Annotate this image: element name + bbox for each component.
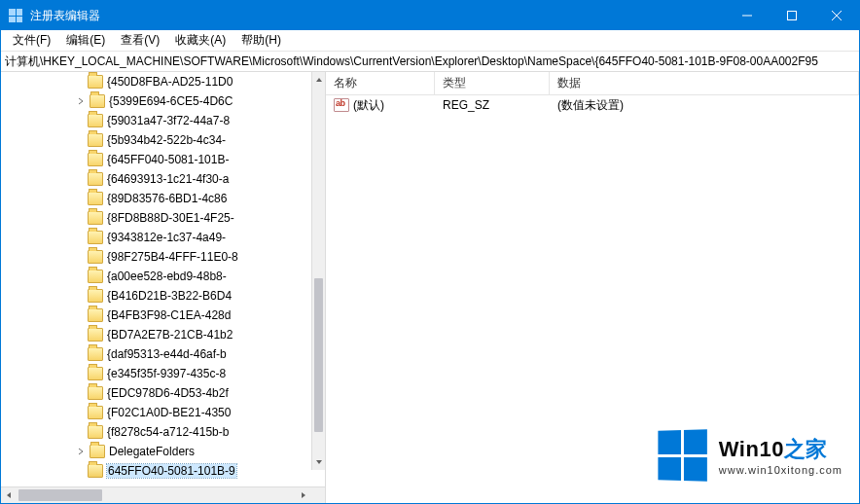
scroll-up-button[interactable] <box>312 72 325 88</box>
column-header-name[interactable]: 名称 <box>326 72 435 94</box>
tree-item-label: {EDC978D6-4D53-4b2f <box>107 386 229 400</box>
tree-item-label: {B416D21B-3B22-B6D4 <box>107 289 232 303</box>
folder-icon <box>88 464 103 478</box>
tree-horizontal-scrollbar[interactable] <box>1 486 325 503</box>
window-title: 注册表编辑器 <box>30 8 725 24</box>
folder-icon <box>88 133 103 147</box>
tree-item-label: {BD7A2E7B-21CB-41b2 <box>107 328 233 342</box>
tree-item-label: {f8278c54-a712-415b-b <box>107 425 229 439</box>
window-minimize-button[interactable] <box>725 1 770 30</box>
tree-item-label: {a00ee528-ebd9-48b8- <box>107 270 227 283</box>
value-row[interactable]: (默认) REG_SZ (数值未设置) <box>326 95 859 115</box>
folder-icon <box>88 192 103 205</box>
tree-item[interactable]: DelegateFolders <box>1 442 311 461</box>
tree-pane: {450D8FBA-AD25-11D0{5399E694-6CE5-4D6C{5… <box>1 72 326 503</box>
menu-bar: 文件(F) 编辑(E) 查看(V) 收藏夹(A) 帮助(H) <box>1 30 859 52</box>
folder-icon <box>90 445 105 458</box>
scroll-down-button[interactable] <box>312 454 325 470</box>
tree-item-label: {daf95313-e44d-46af-b <box>107 347 227 361</box>
tree-item-label: {5b934b42-522b-4c34- <box>107 133 226 147</box>
tree-item-label: {89D83576-6BD1-4c86 <box>107 192 227 205</box>
folder-icon <box>88 328 103 342</box>
scroll-track[interactable] <box>312 88 325 454</box>
tree-item[interactable]: {9343812e-1c37-4a49- <box>1 228 311 247</box>
tree-item[interactable]: {B416D21B-3B22-B6D4 <box>1 286 311 306</box>
tree-item[interactable]: {BD7A2E7B-21CB-41b2 <box>1 325 311 344</box>
tree-item-label: DelegateFolders <box>109 445 195 458</box>
tree-item[interactable]: {f8278c54-a712-415b-b <box>1 422 311 442</box>
tree-item-label: {8FD8B88D-30E1-4F25- <box>107 211 234 225</box>
registry-editor-window: 注册表编辑器 文件(F) 编辑(E) 查看(V) 收藏夹(A) 帮助(H) 计算… <box>0 0 860 504</box>
tree-item[interactable]: {89D83576-6BD1-4c86 <box>1 189 311 208</box>
tree-item-label: {64693913-1c21-4f30-a <box>107 172 229 186</box>
folder-icon <box>88 270 103 283</box>
values-pane: 名称 类型 数据 (默认) REG_SZ (数值未设置) <box>326 72 859 503</box>
menu-file[interactable]: 文件(F) <box>5 30 58 51</box>
scroll-track-h[interactable] <box>17 487 296 503</box>
folder-icon <box>88 347 103 361</box>
menu-favorites[interactable]: 收藏夹(A) <box>167 30 233 51</box>
address-bar[interactable]: 计算机\HKEY_LOCAL_MACHINE\SOFTWARE\Microsof… <box>1 52 859 72</box>
tree-item[interactable]: {5b934b42-522b-4c34- <box>1 130 311 150</box>
tree-item[interactable]: {98F275B4-4FFF-11E0-8 <box>1 247 311 267</box>
tree-item[interactable]: {64693913-1c21-4f30-a <box>1 169 311 189</box>
scroll-right-button[interactable] <box>296 487 311 503</box>
folder-icon <box>88 153 103 166</box>
folder-icon <box>88 211 103 225</box>
tree-item-label: {98F275B4-4FFF-11E0-8 <box>107 250 238 264</box>
tree-vertical-scrollbar[interactable] <box>311 72 325 470</box>
tree-item[interactable]: {59031a47-3f72-44a7-8 <box>1 111 311 130</box>
folder-icon <box>88 386 103 400</box>
tree-item[interactable]: {F02C1A0D-BE21-4350 <box>1 403 311 422</box>
folder-icon <box>88 367 103 380</box>
expand-toggle-icon[interactable] <box>74 94 88 108</box>
tree-item[interactable]: {450D8FBA-AD25-11D0 <box>1 72 311 91</box>
window-maximize-button[interactable] <box>770 1 814 30</box>
column-header-data[interactable]: 数据 <box>550 72 859 94</box>
tree-item-label: {5399E694-6CE5-4D6C <box>109 94 233 108</box>
tree-item[interactable]: {EDC978D6-4D53-4b2f <box>1 383 311 403</box>
scroll-corner <box>311 487 325 503</box>
tree-item[interactable]: {8FD8B88D-30E1-4F25- <box>1 208 311 228</box>
folder-icon <box>88 114 103 127</box>
tree-item-label: {59031a47-3f72-44a7-8 <box>107 114 230 127</box>
folder-icon <box>88 75 103 89</box>
registry-tree[interactable]: {450D8FBA-AD25-11D0{5399E694-6CE5-4D6C{5… <box>1 72 325 486</box>
tree-item-label: {9343812e-1c37-4a49- <box>107 231 226 244</box>
main-area: {450D8FBA-AD25-11D0{5399E694-6CE5-4D6C{5… <box>1 72 859 503</box>
tree-item[interactable]: {daf95313-e44d-46af-b <box>1 344 311 364</box>
value-type: REG_SZ <box>435 98 550 112</box>
tree-item[interactable]: {5399E694-6CE5-4D6C <box>1 91 311 111</box>
folder-icon <box>88 425 103 439</box>
tree-item-label: {B4FB3F98-C1EA-428d <box>107 308 231 322</box>
scroll-left-button[interactable] <box>1 487 17 503</box>
column-header-type[interactable]: 类型 <box>435 72 550 94</box>
folder-icon <box>88 231 103 244</box>
svg-rect-0 <box>788 12 797 20</box>
value-name: (默认) <box>353 97 384 114</box>
menu-view[interactable]: 查看(V) <box>113 30 167 51</box>
scroll-thumb[interactable] <box>314 278 323 432</box>
folder-icon <box>90 94 105 108</box>
scroll-thumb-h[interactable] <box>18 489 102 501</box>
app-icon <box>9 9 22 22</box>
tree-item[interactable]: {B4FB3F98-C1EA-428d <box>1 306 311 325</box>
tree-item[interactable]: {645FF040-5081-101B- <box>1 150 311 169</box>
tree-item-label: {645FF040-5081-101B- <box>107 153 229 166</box>
folder-icon <box>88 172 103 186</box>
tree-item-label: {e345f35f-9397-435c-8 <box>107 367 226 380</box>
tree-item-label: {450D8FBA-AD25-11D0 <box>107 75 233 89</box>
window-titlebar[interactable]: 注册表编辑器 <box>1 1 859 30</box>
window-close-button[interactable] <box>814 1 859 30</box>
folder-icon <box>88 308 103 322</box>
folder-icon <box>88 250 103 264</box>
folder-icon <box>88 406 103 419</box>
tree-item[interactable]: 645FFO40-5081-101B-9 <box>1 461 311 481</box>
menu-help[interactable]: 帮助(H) <box>233 30 289 51</box>
tree-item-label: {F02C1A0D-BE21-4350 <box>107 406 231 419</box>
menu-edit[interactable]: 编辑(E) <box>58 30 113 51</box>
tree-item-label: 645FFO40-5081-101B-9 <box>107 464 236 478</box>
tree-item[interactable]: {e345f35f-9397-435c-8 <box>1 364 311 383</box>
tree-item[interactable]: {a00ee528-ebd9-48b8- <box>1 267 311 286</box>
expand-toggle-icon[interactable] <box>74 445 88 458</box>
